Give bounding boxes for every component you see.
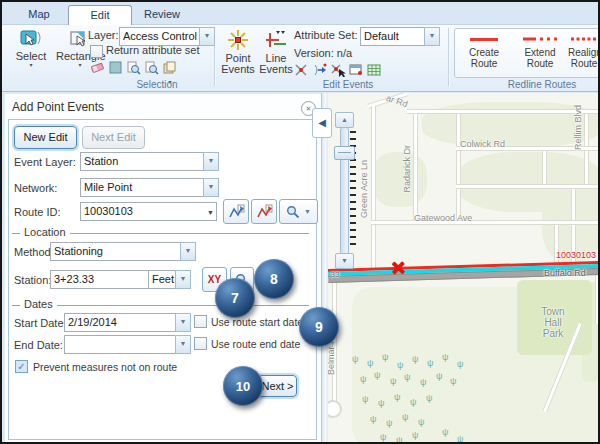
marsh-symbol: ψ xyxy=(382,352,388,362)
slider-tick xyxy=(350,194,356,196)
route-id-combo[interactable]: 10030103 xyxy=(80,202,213,221)
use-route-end-date-checkbox[interactable] xyxy=(194,337,207,350)
end-date-input[interactable] xyxy=(64,335,181,354)
check-icon: ✓ xyxy=(17,361,25,372)
extend-route-button[interactable]: Extend Route xyxy=(514,32,566,69)
marsh-symbol: ψ xyxy=(450,376,456,386)
realign-route-label: Realign Route xyxy=(568,47,600,69)
cul-de-sac xyxy=(328,400,342,418)
tab-review[interactable]: Review xyxy=(138,5,186,24)
road xyxy=(595,274,599,324)
realign-route-button[interactable]: Realign Route xyxy=(568,32,600,69)
zoom-slider-thumb[interactable] xyxy=(334,146,355,160)
marsh-symbol: ψ xyxy=(370,414,376,424)
marsh-symbol: ψ xyxy=(396,435,402,443)
marsh-symbol: ψ xyxy=(457,434,463,443)
point-events-label: Point Events xyxy=(220,53,256,75)
road-green-acre-ln xyxy=(371,106,376,270)
callout-9: 9 xyxy=(299,307,339,347)
return-attribute-set-checkbox[interactable] xyxy=(90,45,103,58)
line-events-button[interactable]: Line Events xyxy=(258,29,294,75)
slider-tick xyxy=(350,243,356,245)
attribute-set-dropdown[interactable]: Default xyxy=(360,27,430,46)
attributes-window-icon xyxy=(348,62,364,77)
callout-8: 8 xyxy=(254,259,294,299)
use-route-start-date-checkbox[interactable] xyxy=(194,315,207,328)
magnifier-page-icon xyxy=(144,60,160,75)
solid-line-icon xyxy=(470,38,498,41)
pan-to-selection-button[interactable] xyxy=(144,60,160,79)
event-layer-dropdown-arrow[interactable]: ▼ xyxy=(203,152,219,171)
table-icon xyxy=(366,62,382,77)
dates-section-label: Dates xyxy=(20,298,57,310)
network-dropdown-arrow[interactable]: ▼ xyxy=(203,178,219,197)
next-button[interactable]: Next > xyxy=(258,375,297,397)
network-label: Network: xyxy=(14,182,57,194)
marsh-symbol: ψ xyxy=(367,358,373,368)
colwick-rd-label: Colwick Rd xyxy=(460,139,505,149)
up-arrow-icon: ▲ xyxy=(341,116,348,123)
clear-route-icon xyxy=(256,204,273,220)
end-date-label: End Date: xyxy=(14,339,63,351)
network-dropdown[interactable]: Mile Point xyxy=(80,178,209,197)
prevent-measures-label: Prevent measures not on route xyxy=(33,361,177,373)
layer-dropdown-arrow[interactable]: ▼ xyxy=(199,27,215,46)
magnifier-page-icon xyxy=(126,60,142,75)
green-acre-ln-label: Green Acre Ln xyxy=(359,160,369,218)
zoom-out-button[interactable]: ▼ xyxy=(335,253,354,269)
clear-route-button[interactable] xyxy=(251,199,277,224)
marsh-symbol: ψ xyxy=(436,371,442,381)
station-label: Station: xyxy=(14,274,51,286)
marsh-symbol: ψ xyxy=(386,418,392,428)
start-date-input[interactable]: 2/19/2014 xyxy=(64,313,181,332)
layer-label: Layer: xyxy=(88,29,119,41)
return-attribute-set-label: Return attribute set xyxy=(106,44,200,56)
start-date-label: Start Date: xyxy=(14,317,67,329)
zoom-to-route-button[interactable]: ▼ xyxy=(279,199,318,224)
panel-title: Add Point Events xyxy=(12,100,104,114)
create-route-button[interactable]: Create Route xyxy=(458,32,510,69)
chevron-down-icon: ▼ xyxy=(180,340,187,347)
radarick-dr-label: Radarick Dr xyxy=(402,145,412,193)
chevron-down-icon: ▼ xyxy=(207,209,214,216)
route-id-combo-arrow[interactable]: ▼ xyxy=(205,202,217,221)
attribute-set-label: Attribute Set: xyxy=(294,29,358,41)
method-dropdown[interactable]: Stationing xyxy=(50,242,186,261)
use-route-start-date-label: Use route start date xyxy=(211,316,303,328)
method-label: Method: xyxy=(14,246,54,258)
next-edit-button[interactable]: Next Edit xyxy=(82,126,145,149)
new-edit-button[interactable]: New Edit xyxy=(14,126,77,149)
teal-rectangle-icon xyxy=(108,60,124,75)
attribute-set-dropdown-arrow[interactable]: ▼ xyxy=(424,27,440,46)
clear-selection-button[interactable] xyxy=(90,60,106,79)
select-event-icon xyxy=(330,62,346,77)
slider-tick xyxy=(350,229,356,231)
road xyxy=(542,146,547,186)
tab-edit[interactable]: Edit xyxy=(68,5,132,25)
select-route-on-map-button[interactable] xyxy=(223,199,249,224)
zoom-in-button[interactable]: ▲ xyxy=(335,112,354,128)
point-events-button[interactable]: Point Events xyxy=(220,29,256,75)
prevent-measures-checkbox[interactable]: ✓ xyxy=(15,360,28,373)
park-area xyxy=(372,152,427,207)
start-date-dropdown-arrow[interactable]: ▼ xyxy=(175,313,191,332)
event-layer-dropdown[interactable]: Station xyxy=(80,152,209,171)
merge-events-icon xyxy=(312,62,328,77)
collapse-panel-button[interactable]: ◀ xyxy=(312,108,332,138)
station-unit-dropdown-arrow[interactable]: ▼ xyxy=(175,270,191,289)
marsh-symbol: ψ xyxy=(410,397,416,407)
marsh-symbol: ψ xyxy=(442,352,448,362)
end-date-dropdown-arrow[interactable]: ▼ xyxy=(175,335,191,354)
select-button[interactable]: Select ▾ xyxy=(8,29,54,68)
create-route-label: Create Route xyxy=(458,47,510,69)
station-input[interactable]: 3+23.33 xyxy=(50,270,154,289)
version-label: Version: n/a xyxy=(294,47,352,59)
zoom-to-selection-button[interactable] xyxy=(126,60,142,79)
method-dropdown-arrow[interactable]: ▼ xyxy=(180,242,196,261)
slider-tick xyxy=(350,187,356,189)
map-canvas[interactable]: 10030103 Buffalo Rd '33 ar Rd Colwick Rd… xyxy=(328,93,599,443)
chevron-down-icon: ▼ xyxy=(180,275,187,282)
select-label: Select xyxy=(8,51,54,62)
tab-map[interactable]: Map xyxy=(16,5,62,24)
select-rectangle-button[interactable] xyxy=(108,60,124,79)
